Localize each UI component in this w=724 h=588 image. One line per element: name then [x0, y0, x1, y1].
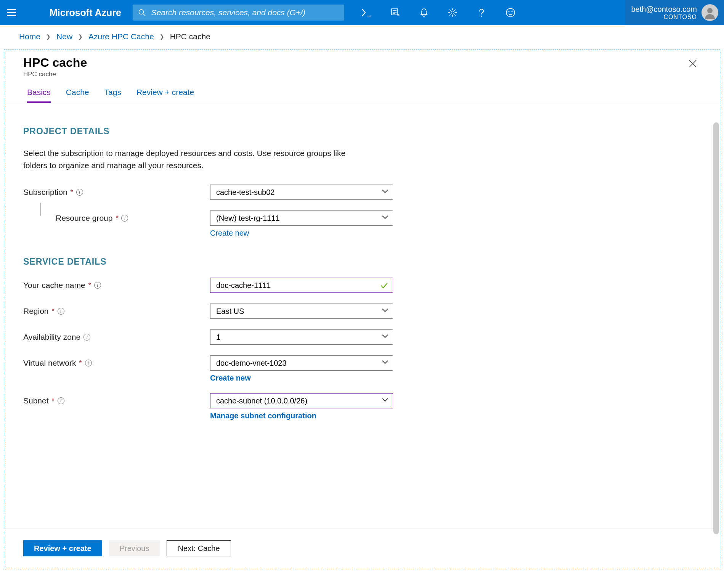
account-email: beth@contoso.com [631, 5, 697, 14]
tree-connector [40, 203, 54, 216]
breadcrumb-current: HPC cache [170, 32, 210, 41]
settings-gear-icon[interactable] [448, 8, 458, 18]
next-cache-button[interactable]: Next: Cache [167, 540, 231, 556]
region-label: Region [23, 307, 49, 316]
brand-label[interactable]: Microsoft Azure [23, 7, 133, 18]
availability-zone-label: Availability zone [23, 333, 80, 342]
svg-point-3 [451, 11, 454, 14]
region-value: East US [216, 307, 244, 316]
info-icon[interactable]: i [76, 189, 83, 196]
breadcrumb-new[interactable]: New [56, 32, 72, 41]
hamburger-menu[interactable] [0, 9, 23, 16]
chevron-right-icon: ❯ [46, 34, 51, 40]
create-new-vnet-link[interactable]: Create new [210, 374, 251, 382]
required-indicator: * [71, 188, 73, 196]
chevron-right-icon: ❯ [78, 34, 83, 40]
breadcrumb-home[interactable]: Home [19, 32, 40, 41]
help-icon[interactable] [477, 8, 486, 18]
resource-group-select[interactable]: (New) test-rg-1111 [210, 210, 393, 226]
info-icon[interactable]: i [94, 282, 101, 289]
chevron-right-icon: ❯ [160, 34, 164, 40]
cache-name-label: Your cache name [23, 281, 85, 290]
manage-subnet-link[interactable]: Manage subnet configuration [210, 411, 316, 420]
close-icon [689, 59, 697, 68]
blade-subtitle: HPC cache [23, 71, 87, 78]
svg-point-0 [139, 10, 143, 14]
avatar [702, 4, 718, 21]
availability-zone-select[interactable]: 1 [210, 329, 393, 345]
directory-filter-icon[interactable] [390, 8, 400, 18]
subnet-select[interactable]: cache-subnet (10.0.0.0/26) [210, 393, 393, 408]
service-details-heading: SERVICE DETAILS [23, 257, 701, 267]
info-icon[interactable]: i [121, 215, 128, 222]
account-menu[interactable]: beth@contoso.com CONTOSO [625, 0, 724, 25]
project-details-description: Select the subscription to manage deploy… [23, 147, 366, 171]
project-details-heading: PROJECT DETAILS [23, 126, 701, 137]
breadcrumb-azure-hpc-cache[interactable]: Azure HPC Cache [88, 32, 154, 41]
cache-name-input[interactable]: doc-cache-1111 [210, 278, 393, 293]
virtual-network-label: Virtual network [23, 358, 76, 368]
subscription-select[interactable]: cache-test-sub02 [210, 185, 393, 200]
tab-review-create[interactable]: Review + create [136, 88, 194, 103]
search-input[interactable] [151, 8, 339, 17]
svg-point-6 [511, 11, 512, 12]
blade-title: HPC cache [23, 56, 87, 70]
required-indicator: * [116, 214, 118, 222]
hamburger-icon [7, 9, 16, 16]
info-icon[interactable]: i [58, 308, 64, 315]
resource-group-value: (New) test-rg-1111 [216, 214, 280, 223]
svg-point-5 [508, 11, 509, 12]
breadcrumb: Home ❯ New ❯ Azure HPC Cache ❯ HPC cache [0, 25, 724, 48]
account-tenant: CONTOSO [631, 14, 697, 21]
valid-check-icon [380, 281, 388, 290]
subnet-label: Subnet [23, 396, 49, 405]
subnet-value: cache-subnet (10.0.0.0/26) [216, 397, 307, 405]
required-indicator: * [88, 281, 91, 289]
previous-button: Previous [109, 540, 160, 556]
review-create-button[interactable]: Review + create [23, 540, 102, 556]
notifications-icon[interactable] [419, 8, 429, 18]
info-icon[interactable]: i [85, 360, 92, 366]
info-icon[interactable]: i [83, 334, 90, 341]
svg-point-7 [707, 8, 713, 13]
availability-zone-value: 1 [216, 333, 220, 342]
wizard-tabs: Basics Cache Tags Review + create [4, 80, 720, 103]
virtual-network-value: doc-demo-vnet-1023 [216, 359, 287, 368]
close-blade-button[interactable] [685, 56, 701, 73]
required-indicator: * [79, 359, 82, 367]
tab-tags[interactable]: Tags [104, 88, 121, 103]
required-indicator: * [52, 307, 55, 315]
required-indicator: * [52, 397, 55, 405]
vertical-scrollbar[interactable] [713, 122, 719, 534]
info-icon[interactable]: i [58, 397, 64, 404]
create-new-resource-group-link[interactable]: Create new [210, 229, 249, 238]
avatar-icon [703, 6, 716, 19]
svg-line-1 [143, 14, 145, 16]
global-search[interactable] [133, 5, 344, 21]
subscription-label: Subscription [23, 188, 67, 197]
feedback-icon[interactable] [506, 8, 515, 18]
tab-basics[interactable]: Basics [27, 88, 51, 103]
search-icon [138, 9, 146, 16]
cloud-shell-icon[interactable] [361, 8, 371, 17]
cache-name-value: doc-cache-1111 [216, 281, 271, 290]
region-select[interactable]: East US [210, 304, 393, 319]
subscription-value: cache-test-sub02 [216, 188, 275, 197]
svg-point-4 [506, 8, 515, 17]
tab-cache[interactable]: Cache [66, 88, 89, 103]
resource-group-label: Resource group [56, 214, 112, 223]
virtual-network-select[interactable]: doc-demo-vnet-1023 [210, 355, 393, 371]
